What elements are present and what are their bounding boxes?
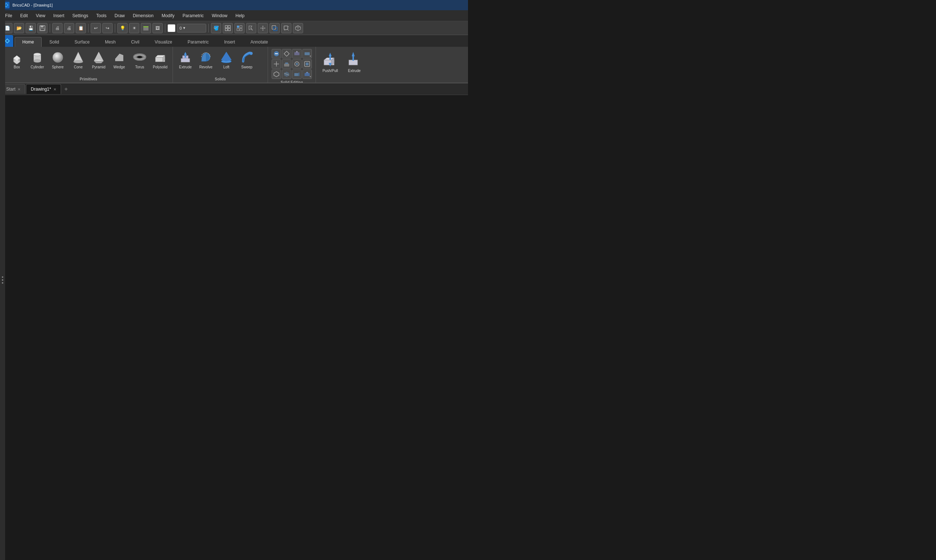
se-btn-4[interactable]: ▾ [302, 49, 312, 58]
torus-icon [132, 50, 147, 64]
toolbar-redo[interactable]: ↪ [102, 23, 112, 33]
svg-rect-5 [143, 26, 148, 28]
tool-pushpull[interactable]: Push/Pull [319, 48, 342, 74]
solids-section: Extrude Revolve [173, 47, 268, 83]
toolbar-saveas[interactable] [37, 23, 48, 33]
doc-tab-add[interactable]: + [62, 85, 71, 94]
toolbar-undo[interactable]: ↩ [91, 23, 101, 33]
svg-rect-73 [284, 64, 289, 66]
se-btn-1[interactable] [272, 49, 281, 58]
tab-civil[interactable]: Civil [123, 37, 147, 47]
toolbar-open[interactable]: 📂 [14, 23, 24, 33]
toolbar-cube[interactable] [293, 23, 303, 33]
tool-torus[interactable]: Torus [130, 48, 149, 71]
se-btn-6[interactable] [282, 59, 291, 69]
svg-marker-18 [262, 26, 263, 27]
toolbar-select[interactable] [246, 23, 256, 33]
doc-tab-drawing1[interactable]: Drawing1* ✕ [26, 84, 61, 94]
toolbar-save[interactable]: 💾 [26, 23, 36, 33]
se-btn-11[interactable] [292, 69, 302, 79]
menu-view[interactable]: View [32, 12, 49, 20]
menu-window[interactable]: Window [208, 12, 231, 20]
doc-tab-drawing1-close[interactable]: ✕ [53, 88, 56, 91]
menu-dimension[interactable]: Dimension [129, 12, 157, 20]
doc-tab-start-label: Start [6, 87, 15, 92]
tool-loft[interactable]: Loft [217, 48, 236, 71]
se-btn-8[interactable] [302, 59, 312, 69]
svg-rect-4 [41, 29, 44, 30]
tab-home[interactable]: Home [15, 37, 42, 47]
menu-parametric[interactable]: Parametric [179, 12, 207, 20]
tool-wedge[interactable]: Wedge [110, 48, 129, 71]
doc-tab-drawing1-label: Drawing1* [31, 87, 51, 92]
tool-cone[interactable]: Cone [69, 48, 88, 71]
tab-surface[interactable]: Surface [67, 37, 97, 47]
menu-edit[interactable]: Edit [17, 12, 31, 20]
cone-icon [71, 50, 86, 64]
tab-solid[interactable]: Solid [42, 37, 67, 47]
toolbar-move[interactable] [258, 23, 268, 33]
toolbar-grid[interactable] [234, 23, 245, 33]
toolbar-color[interactable] [168, 24, 176, 32]
toolbar-render[interactable]: 🖼 [152, 23, 163, 33]
tab-visualize[interactable]: Visualize [147, 37, 180, 47]
toolbar-paintbucket[interactable]: 🪣 [211, 23, 221, 33]
menu-tools[interactable]: Tools [92, 12, 110, 20]
tool-pyramid[interactable]: Pyramid [89, 48, 108, 71]
se-btn-7[interactable] [292, 59, 302, 69]
svg-rect-23 [274, 27, 277, 31]
svg-rect-57 [181, 58, 190, 62]
toolbar-sep-4 [165, 24, 165, 32]
menu-insert[interactable]: Insert [50, 12, 68, 20]
menu-draw[interactable]: Draw [111, 12, 128, 20]
pushpull-label-section: ​ [319, 76, 366, 83]
tool-sweep[interactable]: Sweep [237, 48, 256, 71]
svg-rect-70 [305, 52, 310, 55]
pushpull-label: Push/Pull [322, 69, 338, 73]
toolbar-layers[interactable] [141, 23, 151, 33]
svg-line-26 [288, 29, 289, 31]
menu-help[interactable]: Help [232, 12, 248, 20]
tool-box[interactable]: Box [7, 48, 26, 71]
svg-marker-49 [115, 54, 123, 61]
tab-mesh[interactable]: Mesh [97, 37, 123, 47]
sweep-icon [240, 50, 254, 64]
sphere-icon [51, 50, 65, 64]
cylinder-icon [30, 50, 45, 64]
tool-extrude[interactable]: Extrude [176, 48, 195, 71]
toolbar-print[interactable]: 🖨 [64, 23, 74, 33]
toolbar-plot[interactable]: 📋 [76, 23, 86, 33]
tool-polysolid[interactable]: Polysolid [151, 48, 170, 71]
toolbar-light[interactable]: 💡 [117, 23, 128, 33]
svg-marker-16 [249, 26, 252, 30]
tab-insert[interactable]: Insert [217, 37, 243, 47]
menu-modify[interactable]: Modify [158, 12, 178, 20]
svg-marker-93 [352, 52, 355, 56]
tool-revolve[interactable]: Revolve [196, 48, 216, 71]
svg-point-39 [34, 60, 41, 63]
tool-cylinder[interactable]: Cylinder [28, 48, 47, 71]
tab-annotate[interactable]: Annotate [243, 37, 276, 47]
doc-tab-start-close[interactable]: ✕ [17, 88, 20, 91]
toolbar-zoom[interactable] [269, 23, 280, 33]
menu-settings[interactable]: Settings [69, 12, 92, 20]
tab-parametric[interactable]: Parametric [180, 37, 217, 47]
se-btn-10[interactable] [282, 69, 291, 79]
toolbar-layer-dropdown[interactable]: 0 ▾ [177, 24, 206, 32]
toolbar-snap[interactable] [223, 23, 233, 33]
svg-rect-90 [329, 56, 331, 60]
se-btn-5[interactable] [272, 59, 281, 69]
tool-sphere[interactable]: Sphere [48, 48, 67, 71]
se-btn-2[interactable] [282, 49, 291, 58]
toolbar-sun[interactable]: ☀ [129, 23, 139, 33]
svg-point-43 [74, 61, 83, 63]
svg-marker-63 [221, 52, 231, 62]
se-btn-9[interactable] [272, 69, 281, 79]
toolbar-print-preview[interactable]: 🖨 [52, 23, 63, 33]
toolbar-3d[interactable] [281, 23, 291, 33]
se-btn-12[interactable]: ▾ [302, 69, 312, 79]
tool-extrude2[interactable]: Extrude [343, 48, 366, 74]
sphere-label: Sphere [52, 65, 64, 69]
se-btn-3[interactable] [292, 49, 302, 58]
svg-marker-69 [296, 51, 298, 52]
